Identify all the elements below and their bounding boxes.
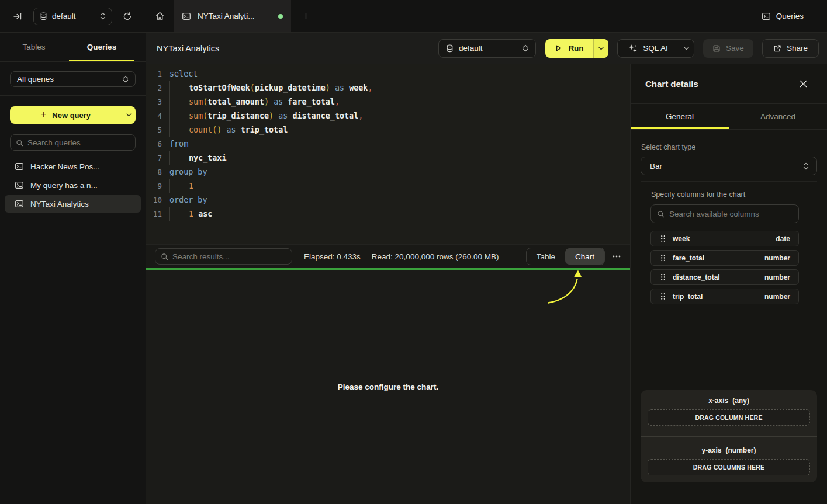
code-line[interactable]: 5count() as trip_total	[146, 123, 630, 137]
code-line[interactable]: 1select	[146, 67, 630, 81]
drag-handle-icon[interactable]	[660, 273, 666, 281]
query-item[interactable]: My query has a n...	[5, 176, 141, 194]
code-text: group by	[169, 165, 207, 179]
column-row[interactable]: weekdate	[650, 231, 799, 246]
save-button[interactable]: Save	[703, 39, 753, 58]
line-number: 9	[146, 179, 162, 193]
new-query-button[interactable]: + New query	[10, 106, 136, 124]
search-queries	[10, 134, 136, 151]
column-row[interactable]: trip_totalnumber	[650, 289, 799, 304]
search-queries-input[interactable]	[27, 138, 130, 147]
collapse-sidebar-icon[interactable]	[13, 12, 22, 21]
editor-column: 1select2toStartOfWeek(pickup_datetime) a…	[146, 64, 630, 504]
chart-type-select[interactable]: Bar	[641, 157, 817, 175]
terminal-icon	[762, 12, 771, 21]
drag-handle-icon[interactable]	[660, 235, 666, 242]
code-line[interactable]: 111 asc	[146, 207, 630, 221]
query-item[interactable]: NYTaxi Analytics	[5, 195, 141, 213]
x-axis-section: x-axis (any) DRAG COLUMN HERE	[641, 390, 817, 437]
sql-ai-dropdown[interactable]	[679, 40, 694, 57]
close-icon[interactable]	[800, 80, 807, 88]
search-icon	[161, 253, 168, 260]
search-columns-input[interactable]	[669, 210, 793, 218]
topbar-left: default	[0, 0, 146, 32]
tab-tables[interactable]: Tables	[0, 33, 68, 61]
query-filter-select[interactable]: All queries	[10, 71, 136, 87]
column-row[interactable]: fare_totalnumber	[650, 250, 799, 266]
new-query-label: New query	[52, 111, 91, 120]
run-main[interactable]: Run	[545, 39, 593, 58]
panel-header: Chart details	[631, 64, 827, 104]
code-line[interactable]: 6from	[146, 137, 630, 151]
new-tab-button[interactable]	[291, 0, 320, 32]
column-name: week	[673, 235, 690, 243]
query-filter-value: All queries	[17, 75, 54, 84]
share-button[interactable]: Share	[762, 39, 819, 58]
code-line[interactable]: 4sum(trip_distance) as distance_total,	[146, 109, 630, 123]
code-line[interactable]: 8group by	[146, 165, 630, 179]
code-text: toStartOfWeek(pickup_datetime) as week,	[169, 81, 372, 95]
line-number: 10	[146, 193, 162, 207]
tab-nytaxi-analytics[interactable]: NYTaxi Analyti...	[174, 0, 291, 32]
database-selector-top[interactable]: default	[33, 8, 112, 25]
run-button[interactable]: Run	[545, 39, 608, 58]
view-chart[interactable]: Chart	[565, 248, 604, 265]
code-line[interactable]: 3sum(total_amount) as fare_total,	[146, 95, 630, 109]
code-line[interactable]: 10order by	[146, 193, 630, 207]
search-icon	[657, 210, 665, 218]
new-query-dropdown[interactable]	[122, 106, 136, 124]
x-axis-label: x-axis (any)	[648, 397, 810, 405]
run-dropdown[interactable]	[594, 39, 608, 58]
sql-ai-button[interactable]: SQL AI	[617, 39, 694, 58]
search-results	[155, 248, 292, 265]
sql-ai-label: SQL AI	[643, 44, 667, 53]
refresh-icon[interactable]	[123, 12, 132, 21]
chart-type-label: Select chart type	[641, 143, 817, 151]
panel-tabs: General Advanced	[631, 104, 827, 130]
x-axis-dropzone[interactable]: DRAG COLUMN HERE	[648, 409, 810, 426]
sql-editor[interactable]: 1select2toStartOfWeek(pickup_datetime) a…	[146, 64, 630, 244]
y-axis-dropzone[interactable]: DRAG COLUMNS HERE	[648, 459, 810, 475]
sql-ai-main[interactable]: SQL AI	[618, 40, 679, 57]
code-line[interactable]: 91	[146, 179, 630, 193]
home-tab[interactable]	[146, 0, 174, 32]
code-text: 1 asc	[169, 207, 212, 221]
query-item[interactable]: Hacker News Pos...	[5, 158, 141, 175]
view-table[interactable]: Table	[527, 248, 565, 265]
columns-label: Specify columns for the chart	[651, 190, 817, 199]
drag-handle-icon[interactable]	[660, 254, 666, 262]
tab-queries[interactable]: Queries	[68, 33, 136, 61]
queries-button[interactable]: Queries	[762, 0, 827, 32]
terminal-icon	[15, 162, 24, 171]
line-number: 5	[146, 123, 162, 137]
column-type: number	[764, 254, 790, 262]
query-toolbar: NYTaxi Analytics default	[146, 33, 827, 64]
queries-label: Queries	[776, 12, 804, 20]
line-number: 6	[146, 137, 162, 151]
tab-general[interactable]: General	[631, 104, 729, 129]
database-selector[interactable]: default	[438, 39, 536, 58]
column-name: distance_total	[673, 273, 720, 281]
column-row[interactable]: distance_totalnumber	[650, 269, 799, 285]
view-switcher: Table Chart	[526, 248, 605, 265]
terminal-icon	[182, 12, 191, 21]
code-line[interactable]: 7nyc_taxi	[146, 151, 630, 165]
chart-empty-message: Please configure the chart.	[338, 383, 439, 391]
query-item-label: My query has a n...	[30, 181, 98, 190]
more-options-icon[interactable]	[613, 255, 621, 258]
search-results-input[interactable]	[172, 252, 286, 261]
code-line[interactable]: 2toStartOfWeek(pickup_datetime) as week,	[146, 81, 630, 95]
y-axis-hint: (number)	[726, 446, 756, 454]
elapsed-time: Elapsed: 0.433s	[304, 252, 361, 261]
code-text: sum(total_amount) as fare_total,	[169, 95, 340, 109]
drag-handle-icon[interactable]	[660, 293, 666, 300]
plus-icon: +	[41, 109, 46, 120]
query-filter: All queries	[0, 62, 146, 87]
new-query-main[interactable]: + New query	[10, 106, 122, 124]
panel-title: Chart details	[645, 79, 698, 89]
y-axis-section: y-axis (number) DRAG COLUMNS HERE	[641, 437, 817, 482]
line-number: 4	[146, 109, 162, 123]
sparkle-icon	[628, 44, 638, 53]
tab-advanced[interactable]: Advanced	[729, 104, 827, 129]
sql-console-app: default NYTaxi Analyti...	[0, 0, 827, 504]
